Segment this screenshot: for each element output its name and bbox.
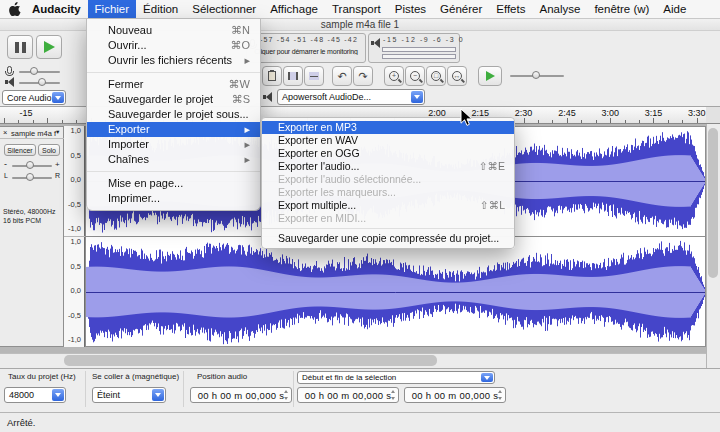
menu-item-sauvegarder-le-projet-sous[interactable]: Sauvegarder le projet sous... — [87, 107, 260, 122]
track-title[interactable]: sample m4a f — [11, 129, 56, 138]
field-spinner[interactable] — [284, 390, 289, 400]
vertical-scrollbar-thumb[interactable] — [708, 128, 718, 278]
snap-to-select[interactable]: Éteint — [92, 387, 166, 403]
zoom-fit-button[interactable]: ↔ — [447, 66, 467, 86]
selection-mode-value: Début et fin de la sélection — [302, 373, 396, 382]
macos-menubar: AudacityFichierÉditionSélectionnerAffich… — [0, 0, 720, 19]
play-at-speed-button[interactable] — [478, 66, 502, 86]
pan-thumb[interactable] — [26, 173, 34, 181]
menu-item-exporter-l-audio-selectionnee: Exporter l'audio sélectionnée... — [262, 173, 514, 186]
menubar-item-aide[interactable]: Aide — [656, 0, 693, 18]
ruler-tick — [62, 120, 63, 123]
menu-item-chaines[interactable]: Chaînes▸ — [87, 152, 260, 167]
spinner-up-icon — [284, 390, 288, 393]
file-menu: Nouveau⌘NOuvrir...⌘OOuvrir les fichiers … — [86, 19, 261, 211]
ruler-tick — [33, 120, 34, 123]
ruler-tick — [610, 118, 611, 123]
field-spinner[interactable] — [391, 390, 396, 400]
solo-button[interactable]: Solo — [38, 144, 60, 156]
ruler-tick — [18, 120, 19, 123]
menubar-item-fichier[interactable]: Fichier — [88, 0, 137, 18]
input-volume-thumb[interactable] — [30, 67, 38, 75]
menu-item-exporter-en-ogg[interactable]: Exporter en OGG — [262, 147, 514, 160]
record-meter[interactable]: -57 -54 -51 -48 -45 -42 Cliquer pour dém… — [246, 33, 366, 63]
menu-item-ouvrir[interactable]: Ouvrir...⌘O — [87, 38, 260, 53]
undo-button[interactable]: ↶ — [332, 66, 352, 86]
silence-audio-button[interactable] — [304, 66, 324, 86]
mute-button[interactable]: Silencer — [4, 144, 36, 156]
trim-audio-button[interactable] — [283, 66, 303, 86]
menu-item-exporter-en-midi: Exporter en MIDI... — [262, 212, 514, 225]
play-icon — [44, 41, 55, 53]
zoom-selection-icon: □ — [431, 71, 441, 81]
project-rate-select[interactable]: 48000 — [4, 387, 66, 403]
vertical-ruler-channel-1: 1,00,50,0-0,5-1,0 — [64, 126, 85, 236]
submenu-arrow-icon: ▸ — [244, 137, 250, 152]
redo-button[interactable]: ↷ — [353, 66, 373, 86]
menu-item-label: Fermer — [108, 77, 143, 92]
play-button[interactable] — [36, 35, 62, 59]
selection-mode-select[interactable]: Début et fin de la sélection — [297, 371, 495, 384]
menubar-item-edition[interactable]: Édition — [136, 0, 185, 18]
output-volume-thumb[interactable] — [38, 78, 46, 86]
selection-end-field[interactable]: 00 h 00 m 00,000 s — [404, 387, 506, 403]
menu-item-fermer[interactable]: Fermer⌘W — [87, 77, 260, 92]
playback-meter-scale: -15 -12 -9 -6 -3 0 — [383, 36, 464, 43]
audio-host-select[interactable]: Core Audio — [2, 90, 66, 105]
menu-item-export-multiple[interactable]: Export multiple...⇧⌘L — [262, 199, 514, 212]
status-bar: Arrêté. — [0, 412, 720, 432]
ruler-tick — [581, 120, 582, 123]
menu-item-imprimer[interactable]: Imprimer... — [87, 191, 260, 206]
speaker-icon — [263, 92, 273, 102]
input-volume-slider[interactable] — [19, 71, 60, 73]
playback-device-select[interactable]: Apowersoft AudioDe... — [277, 89, 425, 105]
playback-speed-thumb[interactable] — [532, 71, 540, 79]
ruler-time-label: 2:45 — [558, 108, 576, 118]
paste-button[interactable] — [262, 66, 282, 86]
selection-start-field[interactable]: 00 h 00 m 00,000 s — [297, 387, 399, 403]
zoom-selection-button[interactable]: □ — [426, 66, 446, 86]
apple-menu[interactable] — [9, 2, 21, 16]
menu-item-exporter-en-wav[interactable]: Exporter en WAV — [262, 134, 514, 147]
spinner-down-icon — [391, 397, 395, 400]
zoom-in-button[interactable]: + — [384, 66, 404, 86]
field-spinner[interactable] — [498, 390, 503, 400]
horizontal-scrollbar-thumb[interactable] — [64, 355, 437, 366]
ruler-tick — [524, 118, 525, 123]
combo-arrow-icon — [152, 389, 164, 401]
menu-item-sauvegarder-une-copie-compressee-du-projet[interactable]: Sauvegarder une copie compressée du proj… — [262, 232, 514, 245]
menubar-item-selectionner[interactable]: Sélectionner — [185, 0, 263, 18]
menu-item-ouvrir-les-fichiers-recents[interactable]: Ouvrir les fichiers récents▸ — [87, 53, 260, 68]
pause-button[interactable] — [7, 35, 33, 59]
audio-position-field[interactable]: 00 h 00 m 00,000 s — [190, 387, 292, 403]
menu-item-label: Exporter en MIDI... — [278, 212, 366, 225]
ruler-time-label: 3:15 — [645, 108, 663, 118]
menu-item-label: Exporter en OGG — [278, 147, 360, 160]
snap-to-value: Éteint — [97, 390, 120, 400]
menubar-item-generer[interactable]: Générer — [433, 0, 489, 18]
ruler-tick — [639, 120, 640, 123]
waveform-channel-2[interactable] — [85, 237, 706, 347]
menu-item-nouveau[interactable]: Nouveau⌘N — [87, 23, 260, 38]
menu-item-exporter[interactable]: Exporter▸ — [87, 122, 260, 137]
menu-item-mise-en-page[interactable]: Mise en page... — [87, 176, 260, 191]
menubar-item-audacity[interactable]: Audacity — [25, 0, 88, 18]
zoom-out-button[interactable]: − — [405, 66, 425, 86]
track-close-icon[interactable]: × — [3, 128, 7, 137]
menu-item-exporter-en-mp3[interactable]: Exporter en MP3 — [262, 121, 514, 134]
menu-item-importer[interactable]: Importer▸ — [87, 137, 260, 152]
menubar-item-pistes[interactable]: Pistes — [388, 0, 433, 18]
track-header[interactable]: × sample m4a f ▼ — [0, 126, 64, 139]
menu-item-exporter-l-audio[interactable]: Exporter l'audio...⇧⌘E — [262, 160, 514, 173]
playback-meter[interactable]: -15 -12 -9 -6 -3 0 — [368, 33, 460, 63]
menubar-item-transport[interactable]: Transport — [325, 0, 388, 18]
menubar-item-affichage[interactable]: Affichage — [263, 0, 325, 18]
gain-thumb[interactable] — [26, 161, 34, 169]
menubar-item-effets[interactable]: Effets — [489, 0, 532, 18]
menubar-item-fenetre-w[interactable]: fenêtre (w) — [587, 0, 656, 18]
menubar-item-analyse[interactable]: Analyse — [532, 0, 587, 18]
menu-shortcut: ⇧⌘E — [479, 160, 505, 173]
menu-item-label: Imprimer... — [108, 191, 160, 206]
track-menu-arrow-icon[interactable]: ▼ — [55, 129, 60, 135]
menu-item-sauvegarder-le-projet[interactable]: Sauvegarder le projet⌘S — [87, 92, 260, 107]
